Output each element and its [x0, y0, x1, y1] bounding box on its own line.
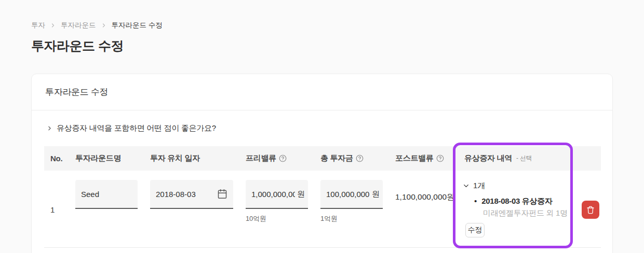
- col-header-post-label: 포스트밸류: [395, 153, 434, 163]
- pre-value-unit: 원: [295, 189, 308, 199]
- card-header: 투자라운드 수정: [32, 74, 612, 110]
- table-row: 1 원 10억원 원 1억원: [44, 171, 601, 248]
- round-name-field: [75, 180, 138, 209]
- col-header-post-value: 포스트밸류: [395, 146, 444, 171]
- chevron-right-icon: [101, 22, 107, 29]
- col-header-name: 투자라운드명: [75, 146, 121, 171]
- investment-date-input[interactable]: [150, 190, 215, 199]
- round-name-input[interactable]: [75, 190, 138, 199]
- investment-round-card: 투자라운드 수정 유상증자 내역을 포함하면 어떤 점이 좋은가요? No. 투…: [31, 74, 613, 253]
- breadcrumb: 투자 투자라운드 투자라운드 수정: [31, 21, 163, 30]
- col-header-subhistory: 유상증자 내역 - 선택: [464, 146, 532, 171]
- col-header-pre-label: 프리밸류: [246, 153, 276, 163]
- total-investment-hint: 1억원: [320, 214, 338, 223]
- post-value-text: 1,100,000,000원: [395, 192, 455, 203]
- pre-value-field: 원: [246, 180, 308, 209]
- col-header-subhistory-label: 유상증자 내역: [464, 153, 512, 163]
- pre-value-input[interactable]: [246, 190, 295, 199]
- pre-value-hint: 10억원: [246, 214, 266, 223]
- delete-row-button[interactable]: [582, 201, 599, 219]
- subhistory-info-toggle[interactable]: 유상증자 내역을 포함하면 어떤 점이 좋은가요?: [46, 123, 216, 133]
- edit-subhistory-button[interactable]: 수정: [465, 223, 485, 237]
- row-number: 1: [50, 205, 55, 214]
- subhistory-list-item: • 2018-08-03 유상증자: [474, 196, 553, 206]
- breadcrumb-item-rounds[interactable]: 투자라운드: [61, 21, 96, 30]
- table-header-row: No. 투자라운드명 투자 유치 일자 프리밸류 총 투자금 포스트밸류: [44, 146, 601, 171]
- question-circle-icon[interactable]: [356, 154, 364, 162]
- breadcrumb-item-invest[interactable]: 투자: [31, 21, 45, 30]
- question-circle-icon[interactable]: [279, 154, 287, 162]
- chevron-down-icon: [462, 182, 470, 190]
- investment-date-field: [150, 180, 233, 209]
- page-title: 투자라운드 수정: [31, 37, 124, 54]
- total-investment-input[interactable]: [320, 190, 370, 199]
- chevron-right-icon: [46, 125, 53, 132]
- question-circle-icon[interactable]: [436, 154, 444, 162]
- subhistory-dropdown-toggle[interactable]: 1개: [462, 181, 485, 191]
- col-header-total-label: 총 투자금: [320, 153, 353, 163]
- subhistory-item-detail: 미래엔젤투자펀드 외 1명: [483, 208, 568, 218]
- calendar-icon[interactable]: [215, 189, 233, 199]
- trash-icon: [586, 206, 595, 214]
- breadcrumb-item-current: 투자라운드 수정: [112, 21, 163, 30]
- col-header-pre-value: 프리밸류: [246, 146, 287, 171]
- chevron-right-icon: [50, 22, 56, 29]
- bullet-icon: •: [474, 196, 477, 206]
- subhistory-info-question: 유상증자 내역을 포함하면 어떤 점이 좋은가요?: [57, 123, 216, 133]
- col-header-date: 투자 유치 일자: [150, 146, 200, 171]
- investment-round-edit-screen: 투자 투자라운드 투자라운드 수정 투자라운드 수정 투자라운드 수정 유상증자…: [0, 0, 644, 253]
- total-investment-field: 원: [320, 180, 383, 209]
- subhistory-count: 1개: [473, 181, 485, 191]
- col-header-total-investment: 총 투자금: [320, 146, 364, 171]
- col-header-subhistory-suffix: - 선택: [516, 154, 532, 163]
- col-header-no: No.: [50, 146, 62, 171]
- subhistory-item-title: 2018-08-03 유상증자: [481, 196, 552, 206]
- total-investment-unit: 원: [370, 189, 383, 199]
- card-title: 투자라운드 수정: [45, 74, 108, 110]
